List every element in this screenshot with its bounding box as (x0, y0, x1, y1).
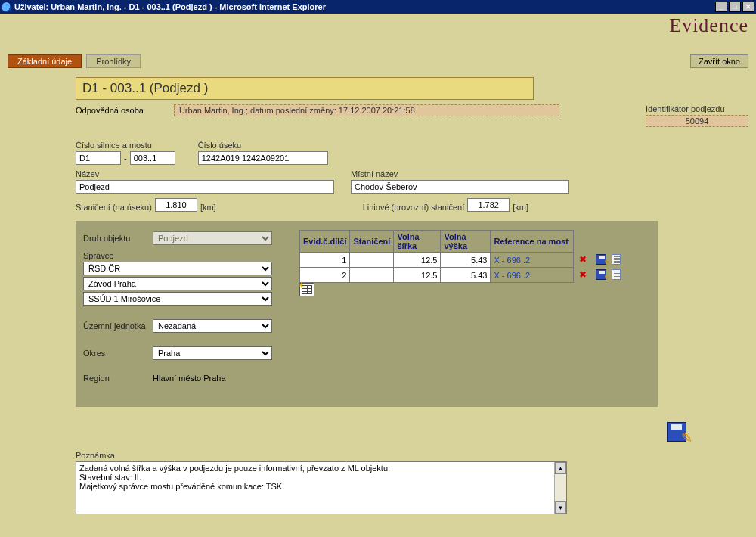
col-partial: Evid.č.dílčí (300, 231, 350, 253)
save-edit-icon[interactable] (596, 254, 606, 265)
brand-text: Evidence (669, 14, 748, 37)
save-edit-icon[interactable] (596, 269, 606, 280)
table-row: X - 696..2 (300, 253, 628, 268)
local-name-label: Místní název (351, 169, 569, 178)
tab-basic[interactable]: Základní údaje (8, 54, 82, 68)
col-free-width: Volná šířka (394, 231, 441, 253)
minimize-button[interactable]: _ (715, 2, 727, 12)
row2-height[interactable] (441, 268, 490, 282)
identifier-value: 50094 (646, 115, 748, 127)
delete-icon[interactable] (579, 254, 591, 266)
row2-width[interactable] (394, 268, 440, 282)
bridge-no-input[interactable] (130, 151, 175, 165)
admin3-combo[interactable]: SSÚD 1 Mirošovice (83, 292, 272, 306)
district-combo[interactable]: Praha (153, 346, 272, 360)
name-input[interactable] (76, 180, 334, 194)
add-row-button[interactable]: ✶ (299, 283, 314, 296)
road-no-input[interactable] (76, 151, 121, 165)
responsible-value: Urban Martin, Ing.; datum poslední změny… (174, 104, 559, 116)
save-page-button[interactable]: ✎ (667, 422, 686, 442)
titlebar: Uživatel: Urban Martin, Ing. - D1 - 003.… (0, 0, 756, 14)
admin2-combo[interactable]: Závod Praha (83, 277, 272, 290)
region-value: Hlavní město Praha (153, 374, 226, 383)
admin1-combo[interactable]: ŘSD ČR (83, 262, 272, 275)
close-button[interactable]: Zavřít okno (690, 54, 748, 68)
delete-icon[interactable] (579, 269, 591, 281)
close-window-button[interactable]: ✕ (742, 2, 754, 12)
note-label: Poznámka (76, 451, 567, 460)
road-bridge-label: Číslo silnice a mostu (76, 141, 175, 150)
section-no-input[interactable] (198, 151, 328, 165)
km-unit-2: [km] (513, 203, 528, 212)
detail-panel: Druh objektu Podjezd Správce ŘSD ČR Závo… (76, 221, 658, 407)
row1-width[interactable] (394, 253, 440, 267)
dimensions-table: Evid.č.dílčí Staničení Volná šířka Volná… (299, 230, 628, 283)
col-free-height: Volná výška (441, 231, 491, 253)
section-no-label: Číslo úseku (198, 141, 328, 150)
scroll-down-icon[interactable]: ▼ (555, 501, 566, 514)
tab-inspections[interactable]: Prohlídky (86, 54, 141, 68)
row1-height[interactable] (441, 253, 490, 267)
line-stationing-input[interactable] (467, 198, 510, 212)
row1-stationing[interactable] (350, 253, 393, 267)
page-title: D1 - 003..1 (Podjezd ) (76, 77, 534, 100)
scroll-up-icon[interactable]: ▲ (555, 462, 566, 474)
col-ref: Reference na most (491, 231, 574, 253)
tabs: Základní údaje Prohlídky Zavřít okno (0, 54, 756, 68)
stationing-input[interactable] (155, 198, 197, 212)
grid-icon (302, 285, 312, 294)
row1-ref[interactable]: X - 696..2 (491, 253, 574, 268)
region-label: Region (83, 374, 153, 383)
table-row: X - 696..2 (300, 268, 628, 283)
name-label: Název (76, 169, 334, 178)
page-icon[interactable] (612, 254, 621, 265)
window-title: Uživatel: Urban Martin, Ing. - D1 - 003.… (14, 2, 714, 11)
responsible-label: Odpovědná osoba (76, 104, 144, 115)
stationing-label: Staničení (na úseku) (76, 203, 152, 212)
maximize-button[interactable]: □ (729, 2, 741, 12)
row1-partial[interactable] (300, 253, 349, 267)
col-stationing: Staničení (350, 231, 394, 253)
object-type-combo: Podjezd (153, 231, 272, 245)
app-header: Evidence (0, 14, 756, 38)
identifier-label: Identifikátor podjezdu (646, 104, 748, 113)
ie-icon (2, 2, 11, 12)
km-unit-1: [km] (200, 203, 216, 212)
admin-label: Správce (83, 251, 113, 260)
territorial-unit-label: Územní jednotka (83, 321, 153, 331)
row2-partial[interactable] (300, 268, 349, 282)
territorial-unit-combo[interactable]: Nezadaná (153, 319, 272, 333)
object-type-label: Druh objektu (83, 234, 153, 243)
row2-ref[interactable]: X - 696..2 (491, 268, 574, 283)
row2-stationing[interactable] (350, 268, 393, 282)
note-scrollbar[interactable]: ▲ ▼ (554, 462, 566, 514)
local-name-input[interactable] (351, 180, 569, 194)
page-icon[interactable] (612, 269, 621, 280)
note-textarea[interactable] (76, 462, 554, 514)
district-label: Okres (83, 349, 153, 358)
line-stationing-label: Liniové (provozní) staničení (363, 203, 465, 212)
